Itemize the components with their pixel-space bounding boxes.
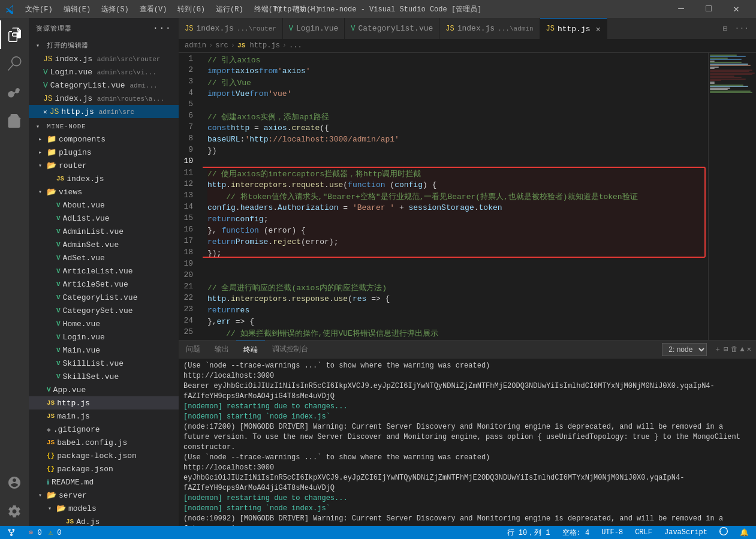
kill-terminal-button[interactable]: 🗑 — [731, 345, 738, 354]
menu-goto[interactable]: 转到(G) — [173, 3, 210, 16]
open-file-index-router[interactable]: JS index.js admin\src\router — [29, 52, 179, 65]
tree-components[interactable]: 📁 components — [29, 133, 179, 146]
tree-readme[interactable]: ℹ README.md — [29, 475, 179, 489]
tree-appvue[interactable]: V App.vue — [29, 383, 179, 396]
tab-index-admin[interactable]: JS index.js ...\admin — [439, 18, 540, 39]
tree-package[interactable]: {} package.json — [29, 462, 179, 475]
node-dropdown[interactable]: 2: node — [662, 343, 707, 356]
bc-file[interactable]: JS http.js — [237, 41, 280, 50]
tab-categorylist[interactable]: V CategoryList.vue — [345, 18, 439, 39]
panel-tab-debug[interactable]: 调试控制台 — [265, 341, 315, 359]
tree-skilllist[interactable]: V SkillList.vue — [29, 357, 179, 370]
open-editors-section[interactable]: 打开的编辑器 — [29, 38, 179, 52]
sync-status[interactable] — [717, 527, 730, 538]
tree-mainjs[interactable]: JS main.js — [29, 409, 179, 423]
split-editor-button[interactable]: ⊟ — [721, 23, 730, 35]
open-file-index-admin[interactable]: JS index.js admin\routes\a... — [29, 92, 179, 105]
bc-admin[interactable]: admin — [185, 41, 206, 50]
panel-content[interactable]: (Use `node --trace-warnings ...` to show… — [179, 359, 756, 526]
split-terminal-button[interactable]: ⊟ — [724, 345, 728, 354]
menu-run[interactable]: 运行(R) — [211, 3, 248, 16]
tree-articleset[interactable]: V ArticleSet.vue — [29, 278, 179, 291]
tree-main[interactable]: V Main.vue — [29, 344, 179, 357]
tree-categoryset[interactable]: V CategorySet.vue — [29, 304, 179, 317]
bc-more[interactable]: ... — [289, 41, 302, 50]
tree-item-label: AdminSet.vue — [63, 240, 119, 249]
tree-about[interactable]: V About.vue — [29, 198, 179, 212]
encoding-status[interactable]: UTF-8 — [599, 528, 625, 537]
minimize-button[interactable]: ─ — [667, 0, 695, 18]
menu-select[interactable]: 选择(S) — [97, 3, 134, 16]
tree-home[interactable]: V Home.vue — [29, 317, 179, 330]
tree-adminlist[interactable]: V AdminList.vue — [29, 225, 179, 238]
close-button[interactable]: ✕ — [722, 0, 750, 18]
tree-skillset[interactable]: V SkillSet.vue — [29, 370, 179, 383]
code-area[interactable]: // 引入axiosimport axios from 'axios'// 引入… — [203, 53, 708, 340]
activity-accounts[interactable] — [0, 468, 29, 497]
tree-adminset[interactable]: V AdminSet.vue — [29, 238, 179, 251]
activity-explorer[interactable] — [0, 20, 29, 49]
sidebar-more-button[interactable]: ··· — [153, 23, 171, 34]
tree-router-index[interactable]: JS index.js — [29, 172, 179, 185]
terminal-line: (Use `node --trace-warnings ...` to show… — [183, 361, 751, 371]
activity-settings[interactable] — [0, 497, 29, 526]
tree-plugins[interactable]: 📁 plugins — [29, 146, 179, 159]
panel-tab-output[interactable]: 输出 — [207, 341, 236, 359]
terminal-line: [nodemon] restarting due to changes... — [183, 493, 751, 504]
vue-tab-icon: V — [289, 25, 293, 33]
maximize-panel-button[interactable]: ▲ — [740, 345, 745, 354]
status-left: ⊗ 0 ⚠ 0 — [5, 528, 64, 537]
menu-view[interactable]: 查看(V) — [135, 3, 172, 16]
cursor-position-status[interactable]: 行 10，列 1 — [505, 528, 553, 538]
tab-index-router[interactable]: JS index.js ...\router — [179, 18, 283, 39]
tree-models[interactable]: 📂 models — [29, 502, 179, 515]
tree-articlelist[interactable]: V ArticleList.vue — [29, 264, 179, 278]
error-status[interactable]: ⊗ 0 ⚠ 0 — [26, 528, 64, 537]
tab-close-button[interactable]: ✕ — [596, 24, 601, 34]
activity-source-control[interactable] — [0, 78, 29, 107]
tree-views[interactable]: 📂 views — [29, 185, 179, 198]
open-file-categorylist[interactable]: V CategoryList.vue admi... — [29, 79, 179, 92]
line-ending-status[interactable]: CRLF — [632, 528, 655, 537]
tab-http[interactable]: JS http.js ✕ — [540, 18, 607, 39]
language-status[interactable]: JavaScript — [662, 528, 710, 537]
project-section[interactable]: MINE-NODE — [29, 121, 179, 133]
vscode-icon — [6, 4, 16, 14]
bell-status[interactable]: 🔔 — [737, 528, 751, 537]
add-terminal-button[interactable]: ＋ — [714, 344, 721, 354]
menu-file[interactable]: 文件(F) — [20, 3, 58, 16]
tree-categorylist[interactable]: V CategoryList.vue — [29, 291, 179, 304]
open-file-http[interactable]: ✕ JS http.js admin\src — [29, 105, 179, 118]
tree-server[interactable]: 📂 server — [29, 489, 179, 502]
tab-path: ...\admin — [498, 25, 533, 32]
babel-icon: JS — [47, 439, 55, 446]
spaces-status[interactable]: 空格: 4 — [560, 528, 592, 538]
activity-search[interactable] — [0, 49, 29, 78]
vue-icon: V — [47, 386, 51, 393]
tree-router[interactable]: 📂 router — [29, 159, 179, 172]
code-line-21: // 全局进行响应的拦截(axios内的响应拦截方法) — [207, 282, 703, 293]
tree-item-label: index.js — [67, 174, 104, 183]
close-icon[interactable]: ✕ — [43, 108, 47, 116]
bc-src[interactable]: src — [215, 41, 228, 50]
tree-httpjs[interactable]: JS http.js — [29, 396, 179, 409]
tree-item-label: CategorySet.vue — [63, 306, 133, 315]
more-actions-button[interactable]: ··· — [733, 23, 751, 35]
tab-login[interactable]: V Login.vue — [283, 18, 345, 39]
panel-tab-terminal[interactable]: 终端 — [236, 341, 265, 359]
open-file-login[interactable]: V Login.vue admin\src\vi... — [29, 65, 179, 79]
tree-babelconfig[interactable]: JS babel.config.js — [29, 436, 179, 449]
tree-item-label: AdSet.vue — [63, 254, 105, 263]
close-panel-button[interactable]: ✕ — [747, 345, 751, 354]
tree-loginvue[interactable]: V Login.vue — [29, 330, 179, 344]
activity-extensions[interactable] — [0, 107, 29, 135]
tree-adlist[interactable]: V AdList.vue — [29, 212, 179, 225]
panel-tab-problems[interactable]: 问题 — [179, 341, 207, 359]
git-branch-status[interactable] — [5, 528, 19, 537]
tree-adset[interactable]: V AdSet.vue — [29, 251, 179, 264]
menu-edit[interactable]: 编辑(E) — [59, 3, 96, 16]
tree-gitignore[interactable]: ◆ .gitignore — [29, 423, 179, 436]
tree-packagelock[interactable]: {} package-lock.json — [29, 449, 179, 462]
maximize-button[interactable]: □ — [695, 0, 722, 18]
tree-adjs[interactable]: JS Ad.js — [29, 515, 179, 526]
